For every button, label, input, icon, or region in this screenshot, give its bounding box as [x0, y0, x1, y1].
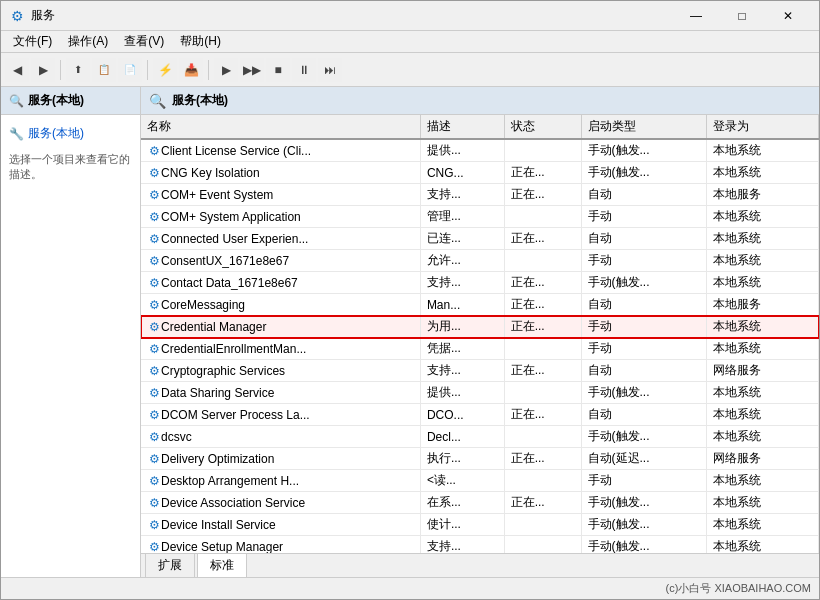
table-row[interactable]: ⚙CoreMessagingMan...正在...自动本地服务	[141, 294, 819, 316]
stop-button[interactable]: ■	[266, 58, 290, 82]
maximize-button[interactable]: □	[719, 1, 765, 31]
refresh-button[interactable]: ⚡	[153, 58, 177, 82]
right-panel: 🔍 服务(本地) 名称 描述 状态 启动类型 登录为 ⚙	[141, 87, 819, 577]
back-button[interactable]: ◀	[5, 58, 29, 82]
service-startup-cell: 自动	[581, 228, 707, 250]
service-gear-icon: ⚙	[147, 452, 161, 466]
service-gear-icon: ⚙	[147, 496, 161, 510]
service-startup-cell: 手动(触发...	[581, 426, 707, 448]
service-name-cell: ⚙Device Association Service	[141, 492, 420, 514]
service-login-cell: 本地系统	[707, 338, 819, 360]
table-row[interactable]: ⚙Device Install Service使计...手动(触发...本地系统	[141, 514, 819, 536]
col-status[interactable]: 状态	[504, 115, 581, 139]
service-status-cell	[504, 426, 581, 448]
service-login-cell: 本地系统	[707, 316, 819, 338]
service-startup-cell: 自动	[581, 404, 707, 426]
table-row[interactable]: ⚙CredentialEnrollmentMan...凭据...手动本地系统	[141, 338, 819, 360]
col-startup[interactable]: 启动类型	[581, 115, 707, 139]
sidebar-local-services[interactable]: 🔧 服务(本地)	[9, 123, 132, 144]
properties-button[interactable]: 📄	[118, 58, 142, 82]
sidebar: 🔍 服务(本地) 🔧 服务(本地) 选择一个项目来查看它的描述。	[1, 87, 141, 577]
service-gear-icon: ⚙	[147, 144, 161, 158]
service-desc-cell: DCO...	[420, 404, 504, 426]
menu-help[interactable]: 帮助(H)	[172, 31, 229, 52]
play-all-button[interactable]: ▶▶	[240, 58, 264, 82]
service-status-cell: 正在...	[504, 294, 581, 316]
service-startup-cell: 手动(触发...	[581, 536, 707, 554]
services-table[interactable]: 名称 描述 状态 启动类型 登录为 ⚙Client License Servic…	[141, 115, 819, 553]
col-desc[interactable]: 描述	[420, 115, 504, 139]
pause-button[interactable]: ⏸	[292, 58, 316, 82]
table-row[interactable]: ⚙Connected User Experien...已连...正在...自动本…	[141, 228, 819, 250]
minimize-button[interactable]: —	[673, 1, 719, 31]
play-button[interactable]: ▶	[214, 58, 238, 82]
table-row[interactable]: ⚙Client License Service (Cli...提供...手动(触…	[141, 139, 819, 162]
table-row[interactable]: ⚙Contact Data_1671e8e67支持...正在...手动(触发..…	[141, 272, 819, 294]
table-row[interactable]: ⚙COM+ Event System支持...正在...自动本地服务	[141, 184, 819, 206]
table-row[interactable]: ⚙Credential Manager为用...正在...手动本地系统	[141, 316, 819, 338]
service-desc-cell: CNG...	[420, 162, 504, 184]
service-status-cell: 正在...	[504, 360, 581, 382]
table-row[interactable]: ⚙Data Sharing Service提供...手动(触发...本地系统	[141, 382, 819, 404]
service-gear-icon: ⚙	[147, 320, 161, 334]
service-gear-icon: ⚙	[147, 232, 161, 246]
table-row[interactable]: ⚙dcsvcDecl...手动(触发...本地系统	[141, 426, 819, 448]
col-name[interactable]: 名称	[141, 115, 420, 139]
menu-bar: 文件(F) 操作(A) 查看(V) 帮助(H)	[1, 31, 819, 53]
export-button[interactable]: 📥	[179, 58, 203, 82]
tab-extended[interactable]: 扩展	[145, 553, 195, 577]
service-startup-cell: 手动	[581, 250, 707, 272]
table-row[interactable]: ⚙ConsentUX_1671e8e67允许...手动本地系统	[141, 250, 819, 272]
service-name-cell: ⚙CNG Key Isolation	[141, 162, 420, 184]
forward-button[interactable]: ▶	[31, 58, 55, 82]
show-hide-button[interactable]: 📋	[92, 58, 116, 82]
service-startup-cell: 手动(触发...	[581, 162, 707, 184]
service-gear-icon: ⚙	[147, 210, 161, 224]
service-startup-cell: 手动	[581, 338, 707, 360]
up-button[interactable]: ⬆	[66, 58, 90, 82]
restart-button[interactable]: ⏭	[318, 58, 342, 82]
title-bar: ⚙ 服务 — □ ✕	[1, 1, 819, 31]
service-gear-icon: ⚙	[147, 166, 161, 180]
tab-standard[interactable]: 标准	[197, 553, 247, 577]
panel-header-title: 服务(本地)	[172, 92, 228, 109]
service-status-cell	[504, 536, 581, 554]
service-startup-cell: 手动(触发...	[581, 139, 707, 162]
table-row[interactable]: ⚙DCOM Server Process La...DCO...正在...自动本…	[141, 404, 819, 426]
service-name-cell: ⚙Delivery Optimization	[141, 448, 420, 470]
service-status-cell	[504, 139, 581, 162]
table-row[interactable]: ⚙Desktop Arrangement H...<读...手动本地系统	[141, 470, 819, 492]
menu-file[interactable]: 文件(F)	[5, 31, 60, 52]
service-status-cell: 正在...	[504, 404, 581, 426]
table-header-row: 名称 描述 状态 启动类型 登录为	[141, 115, 819, 139]
service-login-cell: 本地服务	[707, 294, 819, 316]
service-login-cell: 本地服务	[707, 184, 819, 206]
service-gear-icon: ⚙	[147, 386, 161, 400]
service-login-cell: 本地系统	[707, 426, 819, 448]
table-row[interactable]: ⚙Device Setup Manager支持...手动(触发...本地系统	[141, 536, 819, 554]
service-gear-icon: ⚙	[147, 540, 161, 554]
service-gear-icon: ⚙	[147, 298, 161, 312]
service-desc-cell: 管理...	[420, 206, 504, 228]
service-status-cell: 正在...	[504, 316, 581, 338]
panel-header: 🔍 服务(本地)	[141, 87, 819, 115]
col-login[interactable]: 登录为	[707, 115, 819, 139]
status-bar: (c)小白号 XIAOBAIHAO.COM	[1, 577, 819, 599]
service-desc-cell: 已连...	[420, 228, 504, 250]
service-status-cell	[504, 338, 581, 360]
table-row[interactable]: ⚙Device Association Service在系...正在...手动(…	[141, 492, 819, 514]
close-button[interactable]: ✕	[765, 1, 811, 31]
service-desc-cell: 在系...	[420, 492, 504, 514]
service-login-cell: 本地系统	[707, 206, 819, 228]
table-row[interactable]: ⚙Delivery Optimization执行...正在...自动(延迟...…	[141, 448, 819, 470]
menu-view[interactable]: 查看(V)	[116, 31, 172, 52]
service-gear-icon: ⚙	[147, 474, 161, 488]
service-gear-icon: ⚙	[147, 188, 161, 202]
service-status-cell	[504, 514, 581, 536]
table-row[interactable]: ⚙COM+ System Application管理...手动本地系统	[141, 206, 819, 228]
table-row[interactable]: ⚙Cryptographic Services支持...正在...自动网络服务	[141, 360, 819, 382]
service-status-cell	[504, 470, 581, 492]
service-gear-icon: ⚙	[147, 518, 161, 532]
table-row[interactable]: ⚙CNG Key IsolationCNG...正在...手动(触发...本地系…	[141, 162, 819, 184]
menu-action[interactable]: 操作(A)	[60, 31, 116, 52]
